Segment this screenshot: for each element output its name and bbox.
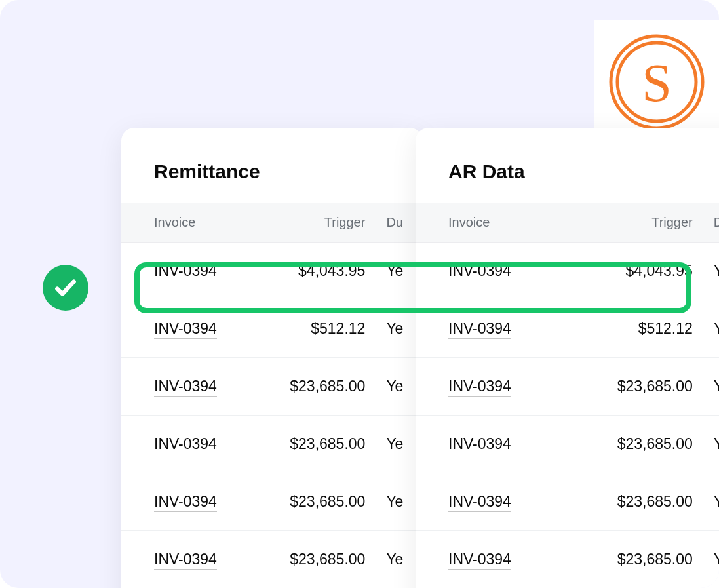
svg-text:S: S: [642, 53, 672, 113]
brand-s-icon: S: [608, 33, 706, 131]
table-row[interactable]: INV-0394 $512.12 Yes: [416, 300, 719, 358]
cell-invoice: INV-0394: [121, 551, 266, 568]
cell-trigger: $23,685.00: [579, 378, 702, 395]
cell-invoice: INV-0394: [416, 551, 579, 568]
cell-due: Yes: [702, 378, 719, 395]
match-check-icon: [43, 265, 88, 311]
column-header-invoice: Invoice: [121, 215, 266, 230]
table-row[interactable]: INV-0394 $512.12 Ye: [121, 300, 423, 358]
cell-invoice: INV-0394: [121, 435, 266, 453]
column-header-trigger: Trigger: [579, 215, 702, 230]
comparison-canvas: S Remittance Invoice Trigger Du INV-0394…: [0, 0, 719, 588]
cell-trigger: $512.12: [266, 320, 375, 338]
cell-trigger: $23,685.00: [266, 378, 375, 395]
cell-invoice: INV-0394: [121, 493, 266, 511]
cell-invoice: INV-0394: [416, 262, 579, 280]
cell-invoice: INV-0394: [416, 493, 579, 511]
cell-invoice: INV-0394: [416, 378, 579, 395]
cell-trigger: $23,685.00: [266, 551, 375, 568]
table-header: Invoice Trigger Due: [416, 203, 719, 243]
cell-trigger: $4,043.95: [579, 262, 702, 280]
cell-due: Yes: [702, 551, 719, 568]
cell-invoice: INV-0394: [121, 262, 266, 280]
table-row[interactable]: INV-0394 $4,043.95 Ye: [121, 243, 423, 300]
cell-invoice: INV-0394: [416, 435, 579, 453]
card-title: Remittance: [121, 128, 423, 203]
ar-data-card: AR Data Invoice Trigger Due INV-0394 $4,…: [416, 128, 719, 588]
cell-trigger: $512.12: [579, 320, 702, 338]
cell-trigger: $23,685.00: [266, 435, 375, 453]
table-header: Invoice Trigger Du: [121, 203, 423, 243]
cell-due: Yes: [702, 320, 719, 338]
table-row[interactable]: INV-0394 $23,685.00 Ye: [121, 473, 423, 531]
column-header-invoice: Invoice: [416, 215, 579, 230]
table-body: INV-0394 $4,043.95 Ye INV-0394 $512.12 Y…: [121, 243, 423, 588]
cell-invoice: INV-0394: [121, 320, 266, 338]
cell-due: Yes: [702, 262, 719, 280]
table-row[interactable]: INV-0394 $23,685.00 Ye: [121, 358, 423, 416]
column-header-trigger: Trigger: [266, 215, 375, 230]
cell-invoice: INV-0394: [416, 320, 579, 338]
remittance-card: Remittance Invoice Trigger Du INV-0394 $…: [121, 128, 423, 588]
cell-trigger: $23,685.00: [266, 493, 375, 511]
table-row[interactable]: INV-0394 $4,043.95 Yes: [416, 243, 719, 300]
cell-trigger: $23,685.00: [579, 551, 702, 568]
cell-due: Yes: [702, 435, 719, 453]
cell-due: Yes: [702, 493, 719, 511]
table-row[interactable]: INV-0394 $23,685.00 Yes: [416, 358, 719, 416]
brand-logo-card: S: [594, 20, 719, 144]
cell-invoice: INV-0394: [121, 378, 266, 395]
table-row[interactable]: INV-0394 $23,685.00 Ye: [121, 531, 423, 588]
cell-trigger: $4,043.95: [266, 262, 375, 280]
cell-trigger: $23,685.00: [579, 493, 702, 511]
table-body: INV-0394 $4,043.95 Yes INV-0394 $512.12 …: [416, 243, 719, 588]
table-row[interactable]: INV-0394 $23,685.00 Yes: [416, 473, 719, 531]
column-header-due: Due: [702, 215, 719, 230]
cell-trigger: $23,685.00: [579, 435, 702, 453]
table-row[interactable]: INV-0394 $23,685.00 Yes: [416, 531, 719, 588]
table-row[interactable]: INV-0394 $23,685.00 Yes: [416, 416, 719, 473]
card-title: AR Data: [416, 128, 719, 203]
table-row[interactable]: INV-0394 $23,685.00 Ye: [121, 416, 423, 473]
